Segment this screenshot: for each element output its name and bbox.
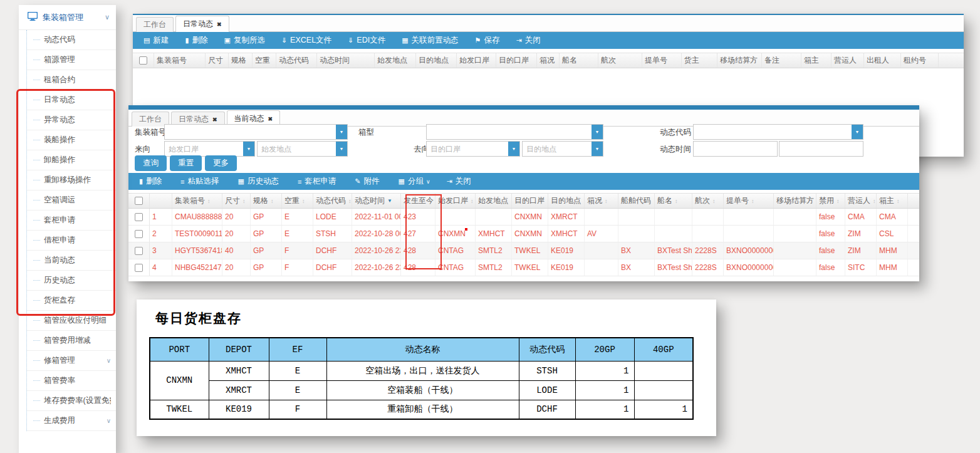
sidebar-item[interactable]: 卸船操作 [27, 150, 116, 170]
close-icon[interactable]: ✖ [217, 21, 222, 28]
toolbar-button[interactable]: ⇓ EXCEL文件 [273, 32, 340, 49]
sort-icon[interactable]: ↕ [348, 198, 352, 204]
sort-icon[interactable]: ↕ [605, 198, 608, 204]
column-header[interactable]: 船名 ↕ [655, 194, 692, 208]
toolbar-button[interactable]: ▤ 新建 [135, 32, 177, 49]
sort-icon[interactable]: ↕ [302, 198, 305, 204]
column-header[interactable]: 移场结算方 ↕ [774, 194, 816, 208]
sidebar-item[interactable]: 异常动态 [27, 110, 116, 130]
column-header[interactable]: 空重 [253, 53, 276, 68]
sort-icon[interactable]: ↕ [242, 198, 246, 204]
toolbar-button[interactable]: ⚑ 保存 [467, 32, 508, 49]
column-header[interactable]: 营运人 [831, 53, 864, 68]
row-checkbox[interactable] [135, 230, 143, 238]
column-header[interactable]: 船舶代码 ↕ [618, 194, 655, 208]
column-header[interactable]: 箱主 [801, 53, 831, 68]
more-button[interactable]: 更多 [205, 155, 237, 171]
sidebar-item[interactable]: 箱管应收应付明细 [27, 311, 116, 331]
dropdown-button[interactable]: ▼ [852, 125, 863, 139]
sort-icon[interactable]: ↕ [873, 198, 876, 204]
sidebar-item[interactable]: 日常动态 [27, 90, 116, 110]
origin-place-input[interactable] [257, 141, 348, 157]
sort-icon[interactable]: ↕ [897, 198, 900, 204]
column-header[interactable]: 动态代码 [276, 53, 317, 68]
column-header[interactable]: 始发地点 ↕ [476, 194, 512, 208]
time-from-input[interactable] [693, 141, 778, 157]
box-type-input[interactable] [426, 124, 603, 140]
toolbar-button[interactable]: ⇥ 关闭 [439, 173, 482, 190]
toolbar-button[interactable]: ⇓ EDI文件 [340, 32, 394, 49]
toolbar-button[interactable]: ▮ 删除 [177, 32, 216, 49]
column-header[interactable]: 箱主 ↕ [877, 194, 908, 208]
row-checkbox[interactable] [135, 247, 143, 255]
toolbar-button[interactable]: ▦ 历史动态 [229, 173, 289, 190]
column-header[interactable]: 规格 ↕ [251, 194, 282, 208]
table-row[interactable]: 4 NHBG4521479 20 GP F DCHF 2022-10-26 23… [128, 259, 919, 276]
close-icon[interactable]: ✖ [212, 117, 217, 123]
column-header[interactable]: 备注 [762, 53, 801, 68]
column-header[interactable]: 目的口岸 [496, 53, 537, 68]
dropdown-button[interactable]: ▼ [336, 125, 347, 139]
toolbar-button[interactable]: ▦ 分组 ∨ [390, 173, 439, 190]
sidebar-root-container-management[interactable]: 集装箱管理 ∨ [19, 5, 116, 30]
column-header[interactable]: 船名 [560, 53, 598, 68]
column-header[interactable]: 目的地点 ↕ [548, 194, 585, 208]
sort-icon[interactable]: ▼ [387, 198, 392, 204]
sidebar-item[interactable]: 历史动态 [27, 271, 116, 291]
sidebar-item[interactable]: 生成费用 ∨ [27, 411, 116, 431]
sidebar-item[interactable]: 堆存费费率(设置免费TEU) [27, 391, 116, 411]
sidebar-item[interactable]: 修箱管理 ∨ [27, 351, 116, 371]
column-header[interactable]: 租约号 [901, 53, 939, 68]
tab-workbench[interactable]: 工作台 [136, 17, 174, 32]
sidebar-item[interactable]: 箱管费率 [27, 371, 116, 391]
tab-daily-movement[interactable]: 日常动态 ✖ [175, 16, 229, 32]
query-button[interactable]: 查询 [135, 155, 167, 171]
toolbar-button[interactable]: ≡ 粘贴选择 [172, 173, 229, 190]
sidebar-item[interactable]: 空箱调运 [27, 190, 116, 211]
dest-port-input[interactable] [426, 141, 520, 157]
sort-icon[interactable]: ↕ [837, 198, 840, 204]
column-header[interactable] [150, 194, 172, 208]
dropdown-button[interactable]: ▼ [592, 125, 603, 139]
sidebar-item[interactable]: 借柜申请 [27, 231, 116, 251]
toolbar-button[interactable]: ▣ 复制所选 [216, 32, 273, 49]
column-header[interactable]: 动态时间 ▼ [352, 194, 401, 208]
column-header[interactable]: 提单号 ↕ [724, 194, 774, 208]
column-header[interactable]: 营运人 ↕ [845, 194, 877, 208]
row-checkbox[interactable] [135, 264, 143, 272]
sort-icon[interactable]: ↕ [712, 198, 716, 204]
sort-icon[interactable]: ↕ [675, 198, 678, 204]
column-header[interactable]: 空重 ↕ [282, 194, 313, 208]
origin-port-input[interactable] [164, 141, 255, 157]
column-header[interactable]: 尺寸 [206, 53, 229, 68]
sidebar-item[interactable]: 动态代码 [27, 30, 116, 50]
column-header[interactable]: 发生至今 ↕ [401, 194, 435, 208]
toolbar-button[interactable]: ✎ 附件 [347, 173, 390, 190]
dropdown-button[interactable]: ▼ [592, 142, 603, 156]
column-header[interactable]: 提单号 [642, 53, 682, 68]
select-all-checkbox[interactable] [135, 197, 143, 205]
sidebar-item[interactable]: 货柜盘存 [27, 291, 116, 311]
sidebar-item[interactable]: 当前动态 [27, 251, 116, 271]
column-header[interactable]: 始发口岸 ↕ [435, 194, 476, 208]
column-header[interactable]: 规格 [229, 53, 253, 68]
table-row[interactable]: 2 TEST0009011 20 GP E STSH 2022-10-28 00… [128, 226, 919, 242]
column-header[interactable]: 始发地点 [375, 53, 416, 68]
toolbar-button[interactable]: ⇥ 关闭 [508, 32, 548, 49]
column-header[interactable]: 箱况 ↕ [585, 194, 618, 208]
dropdown-button[interactable]: ▼ [336, 142, 347, 156]
movement-code-input[interactable] [693, 124, 863, 140]
toolbar-button[interactable]: ▮ 删除 [131, 173, 172, 190]
column-header[interactable]: 航次 [598, 53, 642, 68]
column-header[interactable]: 尺寸 ↕ [222, 194, 251, 208]
sidebar-item[interactable]: 重卸移场操作 [27, 170, 116, 190]
sidebar-item[interactable]: 装船操作 [27, 130, 116, 150]
column-header[interactable]: 集装箱号 [154, 53, 206, 68]
close-icon[interactable]: ✖ [268, 116, 273, 122]
sort-icon[interactable]: ↕ [751, 198, 754, 204]
sort-icon[interactable]: ↕ [471, 198, 474, 204]
table-row[interactable]: 3 HGYT5367418 40 GP F DCHF 2022-10-26 23… [128, 242, 919, 259]
column-header[interactable]: 航次 ↕ [692, 194, 724, 208]
sidebar-item[interactable]: 租箱合约 [27, 70, 116, 90]
column-header[interactable]: 动态时间 [317, 53, 375, 68]
